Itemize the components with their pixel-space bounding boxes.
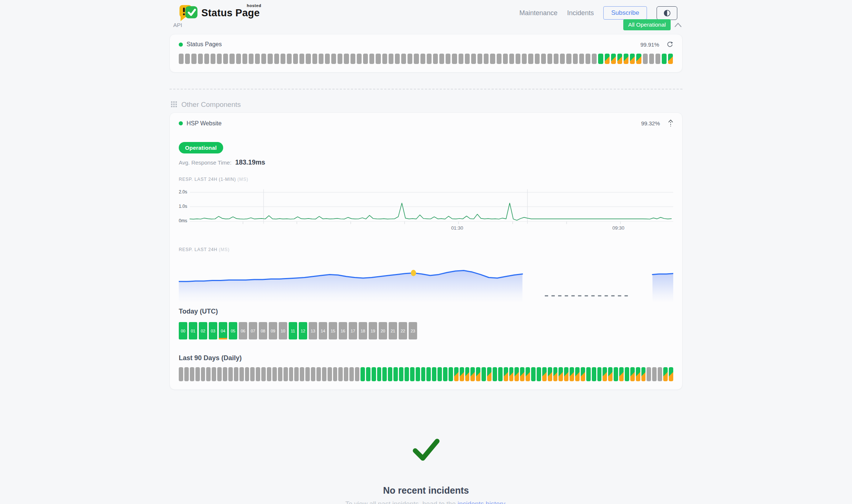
uptime-bar[interactable] [581, 367, 585, 381]
uptime-bar[interactable] [560, 54, 565, 64]
uptime-bar[interactable] [223, 54, 228, 64]
hour-block[interactable]: 13 [309, 322, 317, 339]
uptime-bar[interactable] [369, 54, 374, 64]
uptime-bar[interactable] [239, 367, 244, 381]
uptime-bar[interactable] [268, 54, 272, 64]
uptime-bar[interactable] [184, 367, 189, 381]
hour-block[interactable]: 22 [399, 322, 407, 339]
uptime-bar[interactable] [624, 54, 628, 64]
uptime-bar[interactable] [465, 367, 470, 381]
uptime-bar[interactable] [514, 367, 519, 381]
uptime-bar[interactable] [465, 54, 470, 64]
hour-block[interactable]: 17 [349, 322, 357, 339]
uptime-bar[interactable] [547, 54, 552, 64]
nav-incidents[interactable]: Incidents [567, 9, 594, 17]
uptime-bar[interactable] [416, 367, 420, 381]
uptime-bar[interactable] [516, 54, 520, 64]
uptime-bar[interactable] [432, 367, 436, 381]
uptime-bar[interactable] [509, 367, 514, 381]
uptime-bar[interactable] [573, 54, 578, 64]
uptime-bar[interactable] [338, 367, 343, 381]
uptime-bar[interactable] [217, 54, 222, 64]
uptime-bar[interactable] [554, 54, 559, 64]
uptime-bar[interactable] [272, 367, 277, 381]
uptime-bar[interactable] [669, 367, 673, 381]
uptime-bar[interactable] [649, 54, 654, 64]
uptime-bar[interactable] [360, 367, 365, 381]
uptime-bar[interactable] [503, 54, 508, 64]
hour-block[interactable]: 04 [219, 322, 227, 339]
uptime-bar[interactable] [322, 367, 326, 381]
uptime-bar[interactable] [592, 54, 597, 64]
hour-block[interactable]: 10 [279, 322, 287, 339]
uptime-bar[interactable] [255, 54, 260, 64]
uptime-bar[interactable] [470, 367, 475, 381]
uptime-bar[interactable] [531, 367, 536, 381]
uptime-bar[interactable] [493, 367, 497, 381]
uptime-bar[interactable] [541, 54, 546, 64]
incidents-history-link[interactable]: incidents history. [457, 500, 507, 504]
hour-block[interactable]: 18 [359, 322, 367, 339]
uptime-bar[interactable] [603, 367, 607, 381]
hour-block[interactable]: 19 [369, 322, 377, 339]
uptime-bar[interactable] [355, 367, 359, 381]
uptime-bar[interactable] [559, 367, 563, 381]
uptime-bar[interactable] [482, 367, 486, 381]
uptime-bar[interactable] [372, 367, 376, 381]
uptime-bar[interactable] [443, 367, 447, 381]
uptime-bar[interactable] [316, 367, 321, 381]
uptime-bar[interactable] [484, 54, 489, 64]
uptime-bar[interactable] [566, 54, 571, 64]
uptime-bar[interactable] [597, 367, 602, 381]
uptime-bar[interactable] [668, 54, 673, 64]
uptime-bar[interactable] [331, 54, 336, 64]
uptime-bar[interactable] [497, 54, 502, 64]
uptime-bar[interactable] [195, 367, 200, 381]
uptime-bar[interactable] [630, 54, 635, 64]
uptime-bar[interactable] [452, 54, 457, 64]
uptime-bar[interactable] [294, 367, 299, 381]
uptime-bar[interactable] [389, 54, 393, 64]
uptime-bar[interactable] [608, 367, 613, 381]
uptime-bar[interactable] [185, 54, 190, 64]
uptime-bar[interactable] [407, 54, 412, 64]
uptime-bar[interactable] [261, 367, 266, 381]
hour-block[interactable]: 03 [209, 322, 217, 339]
hour-block[interactable]: 21 [389, 322, 397, 339]
hour-block[interactable]: 02 [199, 322, 207, 339]
brand[interactable]: Status Page hosted [179, 3, 260, 23]
uptime-bar[interactable] [520, 367, 524, 381]
uptime-bar[interactable] [278, 367, 282, 381]
uptime-bar[interactable] [289, 367, 293, 381]
uptime-bar-strip[interactable] [179, 54, 673, 64]
uptime-bar[interactable] [614, 367, 618, 381]
uptime-bar[interactable] [476, 367, 480, 381]
today-hours-strip[interactable]: 0001020304050607080910111213141516171819… [179, 322, 673, 339]
response-time-line-chart[interactable]: 2.0s1.0s0ms01:3009:30 [179, 187, 673, 234]
uptime-bar[interactable] [305, 367, 310, 381]
uptime-bar[interactable] [229, 54, 234, 64]
uptime-bar[interactable] [376, 54, 380, 64]
uptime-bar[interactable] [490, 54, 495, 64]
hour-block[interactable]: 06 [239, 322, 247, 339]
uptime-bar[interactable] [611, 54, 616, 64]
uptime-bar[interactable] [261, 54, 266, 64]
uptime-bar[interactable] [509, 54, 514, 64]
uptime-bar[interactable] [223, 367, 227, 381]
hour-block[interactable]: 14 [319, 322, 327, 339]
uptime-bar[interactable] [395, 54, 400, 64]
hour-block[interactable]: 05 [229, 322, 237, 339]
uptime-bar[interactable] [382, 367, 387, 381]
uptime-bar[interactable] [598, 54, 603, 64]
uptime-bar[interactable] [426, 367, 431, 381]
uptime-bar[interactable] [427, 54, 432, 64]
uptime-bar[interactable] [179, 54, 184, 64]
uptime-bar[interactable] [312, 54, 317, 64]
uptime-bar[interactable] [410, 367, 415, 381]
uptime-bar[interactable] [592, 367, 596, 381]
uptime-bar[interactable] [363, 54, 368, 64]
uptime-bar[interactable] [641, 367, 646, 381]
uptime-bar[interactable] [377, 367, 382, 381]
hour-block[interactable]: 01 [189, 322, 197, 339]
uptime-bar[interactable] [446, 54, 450, 64]
